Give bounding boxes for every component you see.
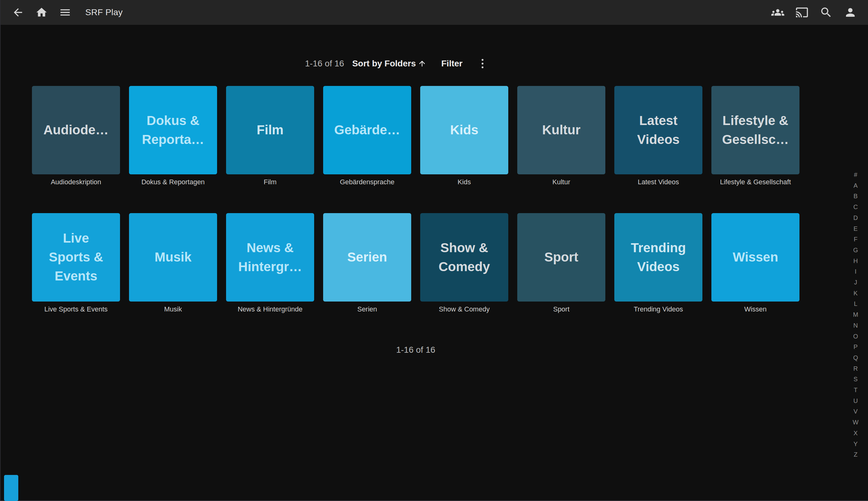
tile-caption: Show & Comedy — [420, 305, 508, 313]
tile-caption: Audiodeskription — [32, 178, 120, 186]
alphabet-letter-K[interactable]: K — [854, 288, 857, 299]
alphabet-letter-H[interactable]: H — [854, 256, 858, 266]
folder-card: News & Hintergr… News & Hintergründe — [226, 213, 314, 313]
alphabet-letter-M[interactable]: M — [853, 309, 858, 320]
cast-icon — [795, 6, 809, 19]
alphabet-letter-D[interactable]: D — [854, 213, 858, 223]
tile-caption: Live Sports & Events — [32, 305, 120, 313]
user-button[interactable] — [843, 5, 857, 20]
alphabet-letter-I[interactable]: I — [855, 266, 857, 277]
folder-tile-trending-videos[interactable]: Trending Videos — [614, 213, 702, 301]
alphabet-letter-O[interactable]: O — [853, 331, 858, 342]
alphabet-letter-G[interactable]: G — [853, 245, 858, 256]
folder-tile-latest-videos[interactable]: Latest Videos — [614, 86, 702, 174]
filter-button[interactable]: Filter — [441, 58, 463, 68]
folder-tile-dokus-reportagen[interactable]: Dokus & Reporta… — [129, 86, 217, 174]
tile-title: Kultur — [540, 121, 583, 140]
tile-title: News & Hintergr… — [236, 238, 304, 276]
alphabet-letter-#[interactable]: # — [854, 169, 857, 180]
folder-tile-serien[interactable]: Serien — [323, 213, 411, 301]
tile-title: Musik — [152, 248, 194, 267]
folder-tile-film[interactable]: Film — [226, 86, 314, 174]
folder-card: Trending Videos Trending Videos — [614, 213, 702, 313]
tile-caption: Latest Videos — [614, 178, 702, 186]
tile-title: Gebärde… — [332, 121, 402, 140]
folder-card: Film Film — [226, 86, 314, 186]
tile-caption: Sport — [517, 305, 605, 313]
tile-title: Sport — [542, 248, 581, 267]
tile-caption: Lifestyle & Gesellschaft — [712, 178, 800, 186]
folder-tile-kids[interactable]: Kids — [420, 86, 508, 174]
alphabet-letter-B[interactable]: B — [854, 191, 857, 202]
folder-card: Sport Sport — [517, 213, 605, 313]
folder-tile-musik[interactable]: Musik — [129, 213, 217, 301]
alphabet-scrubber[interactable]: #ABCDEFGHIJKLMNOPQRSTUVWXYZ — [851, 169, 860, 460]
tile-title: Film — [254, 121, 286, 140]
folder-card: Show & Comedy Show & Comedy — [420, 213, 508, 313]
alphabet-letter-S[interactable]: S — [854, 374, 857, 385]
folder-card: Gebärde… Gebärdensprache — [323, 86, 411, 186]
folder-tile-wissen[interactable]: Wissen — [712, 213, 800, 301]
folder-tile-kultur[interactable]: Kultur — [517, 86, 605, 174]
tile-title: Dokus & Reporta… — [140, 111, 207, 149]
alphabet-letter-W[interactable]: W — [853, 417, 859, 428]
tile-caption: Musik — [129, 305, 217, 313]
ellipsis-dot — [481, 66, 484, 68]
alphabet-letter-J[interactable]: J — [854, 277, 857, 288]
tile-title: Audiode… — [41, 121, 111, 140]
alphabet-letter-T[interactable]: T — [854, 385, 857, 395]
cast-button[interactable] — [795, 5, 809, 20]
app-bar: SRF Play — [0, 0, 868, 25]
folder-card: Audiode… Audiodeskription — [32, 86, 120, 186]
group-people-icon — [771, 6, 784, 19]
alphabet-letter-Z[interactable]: Z — [854, 449, 857, 460]
folder-tile-sport[interactable]: Sport — [517, 213, 605, 301]
folder-card: Wissen Wissen — [712, 213, 800, 313]
folder-tile-live-sports-events[interactable]: Live Sports & Events — [32, 213, 120, 301]
sort-button[interactable]: Sort by Folders — [352, 58, 426, 68]
folder-card: Kultur Kultur — [517, 86, 605, 186]
alphabet-letter-V[interactable]: V — [854, 406, 857, 417]
user-icon — [844, 6, 857, 19]
screenshot-preview-thumbnail[interactable] — [4, 475, 18, 501]
syncplay-button[interactable] — [771, 5, 785, 20]
tile-caption: Film — [226, 178, 314, 186]
more-menu-button[interactable] — [480, 56, 485, 71]
tile-title: Latest Videos — [635, 111, 682, 149]
library-grid-wrap: Audiode… Audiodeskription Dokus & Report… — [0, 86, 868, 313]
folder-tile-audiodeskription[interactable]: Audiode… — [32, 86, 120, 174]
result-count: 1-16 of 16 — [305, 58, 344, 68]
tile-caption: Dokus & Reportagen — [129, 178, 217, 186]
folder-tile-lifestyle-gesellschaft[interactable]: Lifestyle & Gesellsc… — [712, 86, 800, 174]
library-grid: Audiode… Audiodeskription Dokus & Report… — [0, 86, 832, 313]
tile-caption: Wissen — [712, 305, 800, 313]
back-button[interactable] — [11, 5, 25, 20]
alphabet-letter-R[interactable]: R — [854, 363, 858, 374]
tile-caption: Trending Videos — [614, 305, 702, 313]
sort-label: Sort by Folders — [352, 58, 416, 68]
alphabet-letter-N[interactable]: N — [854, 320, 858, 331]
search-button[interactable] — [819, 5, 833, 20]
window-left-edge — [0, 0, 1, 501]
folder-tile-gebaerdensprache[interactable]: Gebärde… — [323, 86, 411, 174]
folder-tile-news-hintergruende[interactable]: News & Hintergr… — [226, 213, 314, 301]
alphabet-letter-L[interactable]: L — [854, 298, 857, 309]
alphabet-letter-Y[interactable]: Y — [854, 439, 857, 449]
alphabet-letter-C[interactable]: C — [854, 202, 858, 213]
home-button[interactable] — [34, 5, 49, 20]
alphabet-letter-F[interactable]: F — [854, 234, 857, 245]
home-icon — [35, 6, 48, 19]
alphabet-letter-X[interactable]: X — [854, 428, 857, 439]
folder-card: Live Sports & Events Live Sports & Event… — [32, 213, 120, 313]
tile-title: Wissen — [730, 248, 781, 267]
alphabet-letter-U[interactable]: U — [854, 395, 858, 406]
alphabet-letter-Q[interactable]: Q — [853, 352, 858, 363]
tile-title: Serien — [345, 248, 390, 267]
library-toolbar: 1-16 of 16 Sort by Folders Filter — [0, 54, 868, 73]
alphabet-letter-E[interactable]: E — [854, 223, 857, 234]
folder-card: Serien Serien — [323, 213, 411, 313]
alphabet-letter-P[interactable]: P — [854, 342, 857, 352]
folder-tile-show-comedy[interactable]: Show & Comedy — [420, 213, 508, 301]
menu-button[interactable] — [58, 5, 72, 20]
alphabet-letter-A[interactable]: A — [854, 180, 857, 191]
